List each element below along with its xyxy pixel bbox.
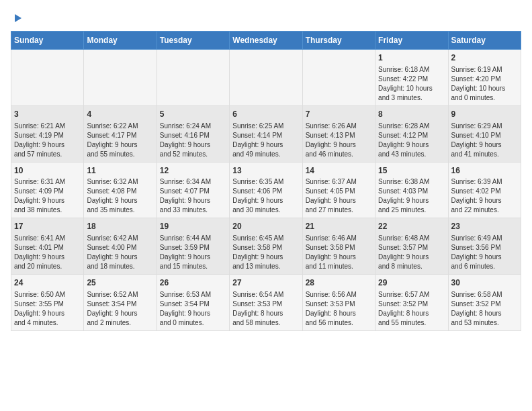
day-info: Sunrise: 6:44 AMSunset: 3:59 PMDaylight:… [160,234,226,271]
calendar-cell: 25Sunrise: 6:52 AMSunset: 3:54 PMDayligh… [84,275,157,331]
day-number: 9 [451,109,518,120]
week-row-3: 17Sunrise: 6:41 AMSunset: 4:01 PMDayligh… [11,218,521,275]
header-tuesday: Tuesday [157,32,229,50]
day-info: Sunrise: 6:32 AMSunset: 4:08 PMDaylight:… [87,177,153,215]
header-thursday: Thursday [302,32,375,50]
calendar-cell: 12Sunrise: 6:34 AMSunset: 4:07 PMDayligh… [157,162,229,218]
calendar-cell: 16Sunrise: 6:39 AMSunset: 4:02 PMDayligh… [448,162,521,218]
calendar-cell: 24Sunrise: 6:50 AMSunset: 3:55 PMDayligh… [11,275,84,331]
header-friday: Friday [375,32,448,50]
day-number: 30 [451,277,518,289]
day-number: 13 [232,165,299,177]
day-number: 27 [232,277,299,289]
calendar-cell [157,50,229,106]
day-number: 6 [232,109,299,120]
week-row-4: 24Sunrise: 6:50 AMSunset: 3:55 PMDayligh… [11,275,521,331]
calendar-cell [11,50,84,106]
day-number: 4 [87,109,153,120]
day-info: Sunrise: 6:18 AMSunset: 4:22 PMDaylight:… [378,65,445,103]
day-number: 5 [160,109,226,120]
day-info: Sunrise: 6:53 AMSunset: 3:54 PMDaylight:… [160,290,226,328]
day-number: 22 [378,221,445,232]
header-sunday: Sunday [11,32,84,50]
day-number: 26 [160,277,226,289]
day-info: Sunrise: 6:28 AMSunset: 4:12 PMDaylight:… [378,122,445,159]
calendar-cell [84,50,157,106]
day-info: Sunrise: 6:46 AMSunset: 3:58 PMDaylight:… [306,234,372,271]
calendar-cell: 14Sunrise: 6:37 AMSunset: 4:05 PMDayligh… [302,162,375,218]
day-number: 3 [14,109,81,120]
day-number: 18 [87,221,153,232]
day-info: Sunrise: 6:22 AMSunset: 4:17 PMDaylight:… [87,122,153,159]
week-row-2: 10Sunrise: 6:31 AMSunset: 4:09 PMDayligh… [11,162,521,218]
day-number: 21 [306,221,372,232]
calendar-cell: 10Sunrise: 6:31 AMSunset: 4:09 PMDayligh… [11,162,84,218]
day-info: Sunrise: 6:52 AMSunset: 3:54 PMDaylight:… [87,290,153,328]
day-number: 14 [306,165,372,177]
day-number: 25 [87,277,153,289]
day-info: Sunrise: 6:50 AMSunset: 3:55 PMDaylight:… [14,290,81,328]
calendar-cell: 3Sunrise: 6:21 AMSunset: 4:19 PMDaylight… [11,105,84,162]
calendar-cell: 1Sunrise: 6:18 AMSunset: 4:22 PMDaylight… [375,50,448,106]
calendar-cell: 9Sunrise: 6:29 AMSunset: 4:10 PMDaylight… [448,105,521,162]
calendar-cell: 21Sunrise: 6:46 AMSunset: 3:58 PMDayligh… [302,218,375,275]
week-row-0: 1Sunrise: 6:18 AMSunset: 4:22 PMDaylight… [11,50,521,106]
day-info: Sunrise: 6:34 AMSunset: 4:07 PMDaylight:… [160,177,226,215]
day-info: Sunrise: 6:24 AMSunset: 4:16 PMDaylight:… [160,122,226,159]
week-row-1: 3Sunrise: 6:21 AMSunset: 4:19 PMDaylight… [11,105,521,162]
day-info: Sunrise: 6:42 AMSunset: 4:00 PMDaylight:… [87,234,153,271]
day-info: Sunrise: 6:54 AMSunset: 3:53 PMDaylight:… [232,290,299,328]
calendar-cell [302,50,375,106]
calendar-cell: 30Sunrise: 6:58 AMSunset: 3:52 PMDayligh… [448,275,521,331]
calendar-cell: 4Sunrise: 6:22 AMSunset: 4:17 PMDaylight… [84,105,157,162]
day-info: Sunrise: 6:49 AMSunset: 3:56 PMDaylight:… [451,234,518,271]
day-number: 16 [451,165,518,177]
day-number: 10 [14,165,81,177]
day-info: Sunrise: 6:26 AMSunset: 4:13 PMDaylight:… [306,122,372,159]
day-info: Sunrise: 6:56 AMSunset: 3:53 PMDaylight:… [306,290,372,328]
day-number: 20 [232,221,299,232]
day-info: Sunrise: 6:37 AMSunset: 4:05 PMDaylight:… [306,177,372,215]
day-info: Sunrise: 6:39 AMSunset: 4:02 PMDaylight:… [451,177,518,215]
calendar-cell: 28Sunrise: 6:56 AMSunset: 3:53 PMDayligh… [302,275,375,331]
day-info: Sunrise: 6:35 AMSunset: 4:06 PMDaylight:… [232,177,299,215]
calendar-cell: 26Sunrise: 6:53 AMSunset: 3:54 PMDayligh… [157,275,229,331]
calendar-table: SundayMondayTuesdayWednesdayThursdayFrid… [11,31,521,331]
day-info: Sunrise: 6:19 AMSunset: 4:20 PMDaylight:… [451,65,518,103]
day-info: Sunrise: 6:31 AMSunset: 4:09 PMDaylight:… [14,177,81,215]
day-info: Sunrise: 6:45 AMSunset: 3:58 PMDaylight:… [232,234,299,271]
day-number: 19 [160,221,226,232]
day-number: 28 [306,277,372,289]
day-number: 17 [14,221,81,232]
day-number: 29 [378,277,445,289]
calendar-cell: 22Sunrise: 6:48 AMSunset: 3:57 PMDayligh… [375,218,448,275]
day-info: Sunrise: 6:21 AMSunset: 4:19 PMDaylight:… [14,122,81,159]
calendar-cell: 6Sunrise: 6:25 AMSunset: 4:14 PMDaylight… [230,105,302,162]
calendar-cell: 2Sunrise: 6:19 AMSunset: 4:20 PMDaylight… [448,50,521,106]
day-info: Sunrise: 6:41 AMSunset: 4:01 PMDaylight:… [14,234,81,271]
calendar-cell: 23Sunrise: 6:49 AMSunset: 3:56 PMDayligh… [448,218,521,275]
day-number: 15 [378,165,445,177]
calendar-cell: 20Sunrise: 6:45 AMSunset: 3:58 PMDayligh… [230,218,302,275]
day-number: 2 [451,52,518,64]
day-info: Sunrise: 6:58 AMSunset: 3:52 PMDaylight:… [451,290,518,328]
header-wednesday: Wednesday [230,32,302,50]
calendar-cell: 7Sunrise: 6:26 AMSunset: 4:13 PMDaylight… [302,105,375,162]
calendar-cell [230,50,302,106]
day-info: Sunrise: 6:25 AMSunset: 4:14 PMDaylight:… [232,122,299,159]
logo [11,11,28,26]
day-info: Sunrise: 6:57 AMSunset: 3:52 PMDaylight:… [378,290,445,328]
day-info: Sunrise: 6:38 AMSunset: 4:03 PMDaylight:… [378,177,445,215]
header-saturday: Saturday [448,32,521,50]
day-number: 7 [306,109,372,120]
day-number: 11 [87,165,153,177]
calendar-header-row: SundayMondayTuesdayWednesdayThursdayFrid… [11,32,521,50]
calendar-cell: 27Sunrise: 6:54 AMSunset: 3:53 PMDayligh… [230,275,302,331]
calendar-cell: 5Sunrise: 6:24 AMSunset: 4:16 PMDaylight… [157,105,229,162]
day-info: Sunrise: 6:48 AMSunset: 3:57 PMDaylight:… [378,234,445,271]
calendar-cell: 13Sunrise: 6:35 AMSunset: 4:06 PMDayligh… [230,162,302,218]
calendar-cell: 29Sunrise: 6:57 AMSunset: 3:52 PMDayligh… [375,275,448,331]
calendar-cell: 18Sunrise: 6:42 AMSunset: 4:00 PMDayligh… [84,218,157,275]
day-number: 24 [14,277,81,289]
day-number: 8 [378,109,445,120]
